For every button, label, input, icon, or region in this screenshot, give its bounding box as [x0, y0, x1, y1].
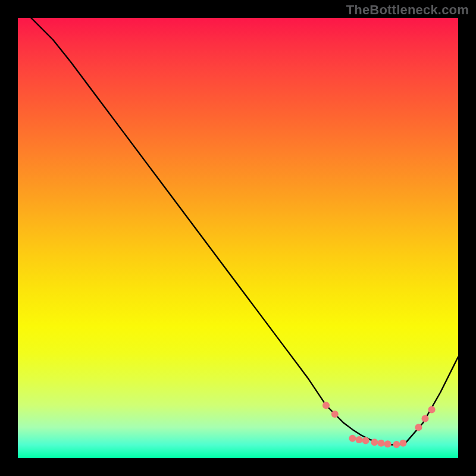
watermark-text: TheBottleneck.com — [346, 2, 469, 18]
chart-plot-area — [18, 18, 458, 458]
